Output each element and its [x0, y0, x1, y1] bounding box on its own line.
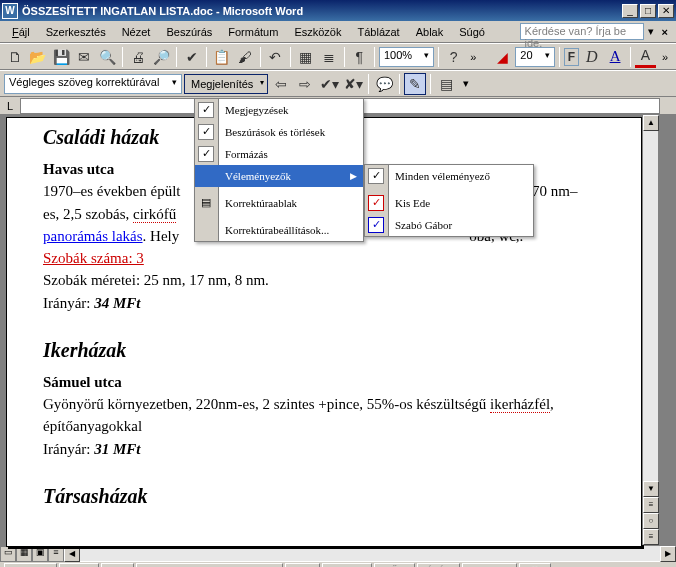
close-button[interactable]: ✕: [658, 4, 674, 18]
print-icon[interactable]: 🖨: [127, 46, 148, 68]
open-icon[interactable]: 📂: [27, 46, 48, 68]
scroll-up-icon[interactable]: ▲: [643, 115, 659, 131]
font-color-button[interactable]: A: [635, 46, 656, 68]
tab-selector-icon[interactable]: L: [0, 100, 20, 112]
browse-object-icon[interactable]: ○: [643, 513, 659, 529]
show-markup-dropdown[interactable]: Megjelenítés: [184, 74, 268, 94]
print-view-icon[interactable]: ▣: [32, 546, 48, 562]
reviewer-kis-ede[interactable]: ✓ Kis Ede: [365, 192, 533, 214]
menu-chevron-icon[interactable]: ▾: [644, 25, 658, 38]
menu-separator: [223, 189, 359, 190]
columns-icon[interactable]: ≣: [318, 46, 339, 68]
status-mr[interactable]: MR: [285, 563, 320, 567]
insert-table-icon[interactable]: ▦: [295, 46, 316, 68]
preview-icon[interactable]: 🔎: [151, 46, 172, 68]
spellcheck-icon[interactable]: ✔: [181, 46, 202, 68]
italic-button[interactable]: D: [581, 46, 602, 68]
web-view-icon[interactable]: ▦: [16, 546, 32, 562]
menu-window[interactable]: Ablak: [408, 24, 452, 40]
paste-icon[interactable]: 📋: [211, 46, 232, 68]
status-pages: 1/2: [101, 563, 134, 567]
new-comment-icon[interactable]: 💬: [373, 73, 395, 95]
display-mode-dropdown[interactable]: Végleges szöveg korrektúrával: [4, 74, 182, 94]
font-color-swatch-icon[interactable]: ◢: [492, 46, 513, 68]
prev-change-icon[interactable]: ⇦: [270, 73, 292, 95]
menu-item-comments[interactable]: ✓ Megjegyzések: [195, 99, 363, 121]
format-painter-icon[interactable]: 🖌: [235, 46, 256, 68]
reject-change-icon[interactable]: ✘▾: [342, 73, 364, 95]
save-icon[interactable]: 💾: [51, 46, 72, 68]
toolbar1-chevron-icon[interactable]: »: [466, 51, 480, 63]
resize-grip-icon[interactable]: ◢: [656, 564, 672, 568]
status-language[interactable]: Magyar: [462, 563, 517, 567]
track-changes-icon[interactable]: ✎: [404, 73, 426, 95]
scroll-right-icon[interactable]: ▶: [660, 546, 676, 562]
ask-help-input[interactable]: Kérdése van? Írja be ide.: [520, 23, 644, 40]
menu-file[interactable]: Fájl: [4, 24, 38, 40]
menu-edit[interactable]: Szerkesztés: [38, 24, 114, 40]
show-markup-menu: ✓ Megjegyzések ✓ Beszúrások és törlések …: [194, 98, 364, 242]
undo-icon[interactable]: ↶: [265, 46, 286, 68]
checkmark-icon: ✓: [368, 168, 384, 184]
body-line: építőanyagokkal: [43, 416, 625, 436]
reviewer-szabo-gabor[interactable]: ✓ Szabó Gábor: [365, 214, 533, 236]
status-page: Oldal 1: [4, 563, 57, 567]
menu-item-reviewing-pane[interactable]: ▤ Korrektúraablak: [195, 192, 363, 214]
doc-close-button[interactable]: ×: [658, 26, 672, 38]
reviewing-pane-icon[interactable]: ▤: [435, 73, 457, 95]
view-switcher: ▭ ▦ ▣ ≡: [0, 546, 64, 561]
mail-icon[interactable]: ✉: [74, 46, 95, 68]
menu-help[interactable]: Súgó: [451, 24, 493, 40]
help-icon[interactable]: ?: [443, 46, 464, 68]
checkmark-icon: ✓: [368, 217, 384, 233]
status-book-icon[interactable]: 📖: [519, 563, 551, 567]
heading-apartments: Társasházak: [43, 485, 625, 508]
accept-change-icon[interactable]: ✔▾: [318, 73, 340, 95]
scroll-left-icon[interactable]: ◀: [64, 546, 80, 562]
menu-format[interactable]: Formátum: [220, 24, 286, 40]
checkmark-icon: ✓: [198, 102, 214, 118]
normal-view-icon[interactable]: ▭: [0, 546, 16, 562]
heading-twin: Ikerházak: [43, 339, 625, 362]
window-title: ÖSSZESÍTETT INGATLAN LISTA.doc - Microso…: [22, 5, 620, 17]
window-titlebar: W ÖSSZESÍTETT INGATLAN LISTA.doc - Micro…: [0, 0, 676, 21]
paragraph-icon[interactable]: ¶: [349, 46, 370, 68]
status-bar: Oldal 1 Sz 1 1/2 Hely 2,4 cm Sor 1 Betű …: [0, 561, 676, 567]
status-korr[interactable]: KORR: [322, 563, 372, 567]
checkmark-icon: ✓: [198, 146, 214, 162]
search-icon[interactable]: 🔍: [97, 46, 118, 68]
menu-separator: [223, 216, 359, 217]
menu-tools[interactable]: Eszközök: [286, 24, 349, 40]
next-change-icon[interactable]: ⇨: [294, 73, 316, 95]
toolbar1b-chevron-icon[interactable]: »: [658, 51, 672, 63]
next-page-icon[interactable]: ≡: [643, 529, 659, 545]
reviewer-all[interactable]: ✓ Minden véleményező: [365, 165, 533, 187]
status-atir[interactable]: ÁTÍR: [417, 563, 460, 567]
status-position: Hely 2,4 cm Sor 1 Betű 1: [136, 563, 282, 567]
menu-insert[interactable]: Beszúrás: [158, 24, 220, 40]
street-samuel: Sámuel utca: [43, 372, 625, 392]
menu-separator: [393, 189, 529, 190]
menu-item-formatting[interactable]: ✓ Formázás: [195, 143, 363, 165]
toolbar2-chevron-icon[interactable]: ▾: [459, 77, 473, 90]
outline-view-icon[interactable]: ≡: [48, 546, 64, 562]
status-bov[interactable]: BŐV: [374, 563, 415, 567]
menu-item-insertions[interactable]: ✓ Beszúrások és törlések: [195, 121, 363, 143]
bold-button[interactable]: F: [564, 48, 579, 66]
menu-view[interactable]: Nézet: [114, 24, 159, 40]
horizontal-scrollbar[interactable]: ▭ ▦ ▣ ≡ ◀ ▶: [0, 545, 676, 561]
vertical-scrollbar[interactable]: ▲ ▼ ≡ ○ ≡: [642, 115, 658, 545]
menu-item-options[interactable]: Korrektúrabeállítások...: [195, 219, 363, 241]
fontsize-dropdown[interactable]: 20: [515, 47, 554, 67]
menu-table[interactable]: Táblázat: [349, 24, 407, 40]
menu-item-reviewers[interactable]: Véleményezők ▶: [195, 165, 363, 187]
prev-page-icon[interactable]: ≡: [643, 497, 659, 513]
scroll-down-icon[interactable]: ▼: [643, 481, 659, 497]
maximize-button[interactable]: □: [640, 4, 656, 18]
underline-button[interactable]: A: [604, 46, 625, 68]
body-line: Irányár: 31 MFt: [43, 439, 625, 459]
new-doc-icon[interactable]: 🗋: [4, 46, 25, 68]
minimize-button[interactable]: _: [622, 4, 638, 18]
status-section: Sz 1: [59, 563, 99, 567]
zoom-dropdown[interactable]: 100%: [379, 47, 434, 67]
